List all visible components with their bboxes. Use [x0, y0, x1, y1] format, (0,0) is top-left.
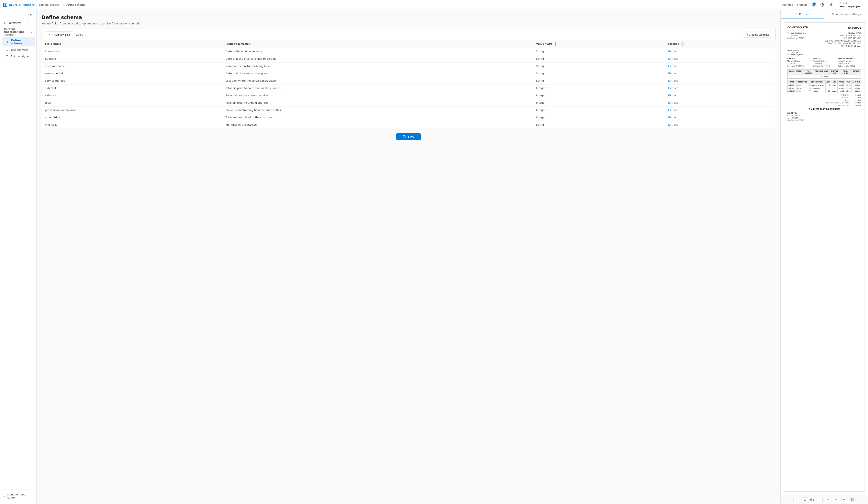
right-panel: ☰ Content ⚙ Additional settings CONTOSO …: [781, 10, 868, 504]
field-count: 11/50: [75, 33, 83, 36]
settings-button[interactable]: [819, 2, 825, 8]
inv-cell-code: B456: [796, 87, 808, 90]
invoice-preview: CONTOSO LTD. INVOICE Contoso Headquarter…: [781, 19, 868, 495]
table-row: salestax Sales tax for the current servi…: [42, 92, 776, 99]
inv-th-terms: TERMS: [850, 70, 861, 75]
cell-fieldname: duedate: [42, 55, 223, 62]
template-icon: ⧉: [746, 33, 748, 36]
add-field-button[interactable]: ＋ + Add new field: [45, 31, 73, 38]
inv-cell-um: [831, 87, 838, 90]
nav-project[interactable]: sample-project ⌃: [39, 3, 61, 6]
sidebar-item-management-center[interactable]: → Management center: [0, 491, 37, 501]
notification-badge: 1: [813, 2, 816, 5]
cell-fielddescription: Previous outstanding balance prior to th…: [222, 106, 533, 114]
settings-tab-label: Additional settings: [836, 13, 861, 16]
sidebar-item-label-overview: Overview: [9, 21, 21, 24]
ship-to-block: SHIP TO: Microsoft Delivery 123 Ship St.…: [813, 58, 836, 68]
method-info-icon[interactable]: i: [681, 42, 684, 45]
invoice-header: CONTOSO LTD. INVOICE: [787, 26, 861, 30]
content-tab-label: Content: [799, 13, 810, 16]
cell-valuetype: Integer: [533, 84, 665, 92]
next-page-button[interactable]: ›: [817, 497, 823, 502]
inv-cell-price: $30.00: [838, 84, 845, 87]
inv-data-row: 3/6/2021 C789 Printing Fee 10 pages $1.0…: [787, 90, 861, 93]
bill-to-block: BILL TO: Microsoft Finance 123 Bill St. …: [787, 58, 811, 68]
cell-method: Extract: [665, 92, 776, 99]
sidebar-toggle-area: ⊟: [0, 11, 37, 20]
tab-content[interactable]: ☰ Content: [781, 10, 824, 19]
sidebar-item-label-management-center: Management center: [7, 493, 34, 499]
svg-point-0: [822, 4, 823, 5]
project-label: Project: [839, 2, 862, 5]
nav-brand[interactable]: Azure AI Foundry: [9, 3, 35, 6]
tab-additional-settings[interactable]: ⚙ Additional settings: [824, 10, 868, 19]
table-row: customername Name of the customer being …: [42, 62, 776, 70]
inv-desc-header: DESCRIPTION: [808, 80, 826, 84]
inv-th-fob: F.O.B. POINT: [840, 70, 851, 75]
table-row: invoicedate Date of the invoice delivery…: [42, 48, 776, 55]
col-header-fieldname: Field name: [42, 40, 223, 48]
invoice-table-header: SALESPERSON P.O. NUMBER REQUISITIONER SH…: [787, 70, 861, 75]
change-template-button[interactable]: ⧉ Change template: [743, 32, 772, 38]
inv-um-header: UM: [831, 80, 838, 84]
sidebar-item-overview[interactable]: ⊞ Overview: [2, 20, 35, 26]
cell-fielddescription: Total bill prior to unpaid charges: [222, 99, 533, 106]
nav-page: Define schema: [65, 3, 85, 6]
page-subtitle: Review fields from selected template and…: [42, 22, 776, 25]
table-row: subtotal Total bill prior to sales tax f…: [42, 84, 776, 92]
col-header-valuetype: Value type i: [533, 40, 665, 48]
sidebar-group-label-text: Content Understanding PREVIEW: [4, 28, 31, 36]
save-button[interactable]: Save: [396, 133, 421, 140]
cell-valuetype: String: [533, 70, 665, 77]
nav-separator-2: /: [63, 3, 64, 7]
feedback-button[interactable]: 💬: [849, 497, 855, 502]
inv-cell-um: hours: [831, 84, 838, 87]
notifications-button[interactable]: 1: [810, 2, 816, 8]
cell-fielddescription: Date that the service took place: [222, 70, 533, 77]
cell-fieldname: amountdue: [42, 114, 223, 121]
overview-icon: ⊞: [4, 21, 7, 24]
zoom-in-button[interactable]: ＋: [833, 497, 839, 502]
inv-price-header: PRICE: [838, 80, 845, 84]
inv-cell-price: $1.00: [838, 90, 845, 93]
inv-cell-um: pages: [831, 90, 838, 93]
col-header-fielddescription: Field description: [222, 40, 533, 48]
zoom-out-button[interactable]: −: [825, 497, 831, 502]
cell-method: Extract: [665, 121, 776, 128]
top-nav: Azure AI Foundry / sample-project ⌃ / De…: [0, 0, 868, 10]
cell-fielddescription: Total bill prior to sales tax for the cu…: [222, 84, 533, 92]
settings-tab-icon: ⚙: [831, 13, 834, 16]
project-chevron-icon[interactable]: ⌄: [863, 4, 865, 6]
invoice-data-table: DATE ITEM CODE DESCRIPTION QTY UM PRICE …: [787, 80, 861, 93]
inv-th-req: REQUISITIONER: [814, 70, 829, 75]
sidebar-item-define-schema[interactable]: ◈ Define schema: [2, 37, 35, 47]
sidebar-item-test-analyzer[interactable]: ⬡ Test analyzer: [2, 47, 35, 53]
nav-hubs-link[interactable]: All hubs + projects: [783, 3, 807, 6]
sidebar-item-build-analyzer[interactable]: ⬡ Build analyzer: [2, 53, 35, 60]
cell-fielddescription: Sales tax for the current service: [222, 92, 533, 99]
inv-th-po: P.O. NUMBER: [804, 70, 814, 75]
inv-cell-price: $10.00: [838, 87, 845, 90]
page-number-input[interactable]: 1: [802, 497, 808, 502]
sidebar-group-content-understanding[interactable]: Content Understanding PREVIEW ⌄: [2, 26, 35, 37]
prev-page-button[interactable]: ‹: [794, 497, 799, 502]
right-panel-tabs: ☰ Content ⚙ Additional settings: [781, 10, 868, 19]
cell-valuetype: Integer: [533, 99, 665, 106]
valuetype-info-icon[interactable]: i: [554, 42, 557, 45]
totals-amount-due: AMOUNT DUE $610.00: [787, 105, 861, 107]
add-icon: ＋: [48, 33, 51, 37]
cell-method: Extract: [665, 55, 776, 62]
reset-view-button[interactable]: ⊕: [841, 497, 847, 502]
cell-valuetype: Integer: [533, 92, 665, 99]
invoice-document: CONTOSO LTD. INVOICE Contoso Headquarter…: [784, 22, 865, 492]
cell-method: Extract: [665, 48, 776, 55]
save-label: Save: [408, 135, 414, 138]
sidebar-toggle-button[interactable]: ⊟: [28, 12, 34, 18]
invoice-title-label: INVOICE: [848, 26, 861, 30]
sidebar-item-label-test-analyzer: Test analyzer: [11, 48, 28, 51]
inv-cell-qty: 2: [825, 84, 831, 87]
user-button[interactable]: [828, 2, 834, 8]
invoice-addresses: BILL TO: Microsoft Finance 123 Bill St. …: [787, 58, 861, 68]
cell-method: Extract: [665, 62, 776, 70]
schema-toolbar: ＋ + Add new field 11/50 ⧉ Change templat…: [42, 29, 776, 40]
